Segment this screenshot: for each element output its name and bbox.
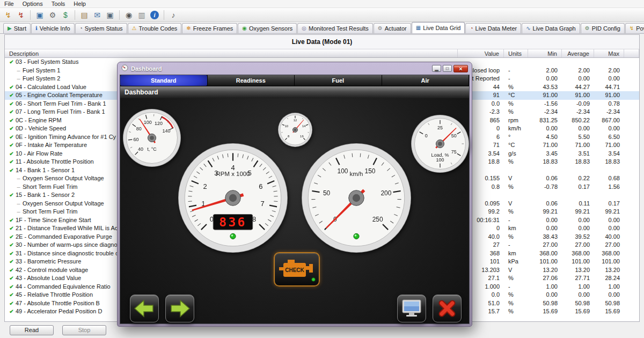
row-average [562, 166, 594, 175]
row-description-text: 33 - Barometric Pressure [16, 258, 81, 266]
svg-text:0: 0 [425, 133, 428, 138]
tab-freeze-frames[interactable]: ❄Freeze Frames [182, 23, 237, 33]
monitor-icon[interactable]: ▣ [34, 10, 46, 20]
row-max: 3.54 [594, 150, 624, 158]
svg-text:150: 150 [364, 167, 375, 175]
tab-live-data-graph[interactable]: ∿Live Data Graph [522, 23, 580, 33]
tab-live-data-grid[interactable]: ▦Live Data Grid [412, 22, 465, 33]
check-led-icon [312, 278, 315, 281]
previous-button[interactable] [130, 295, 159, 322]
tab-oxygen-sensors[interactable]: ◉Oxygen Sensors [238, 23, 297, 33]
row-spacer [624, 116, 639, 125]
tab-system-status[interactable]: ◔System Status [75, 23, 127, 33]
settings-icon[interactable]: ⚙ [47, 10, 58, 20]
row-min: 0.00 [528, 291, 562, 299]
svg-text:100: 100 [144, 120, 152, 125]
audio-icon[interactable]: ♪ [167, 10, 179, 20]
tab-trouble-codes[interactable]: ⚠Trouble Codes [128, 23, 182, 33]
trouble-codes-icon: ⚠ [132, 26, 137, 31]
svg-text:16: 16 [300, 135, 304, 138]
info-icon[interactable]: i [150, 11, 159, 19]
tab-live-data-meter[interactable]: ◔Live Data Meter [465, 23, 521, 33]
row-units: % [504, 233, 528, 241]
row-average [562, 191, 594, 200]
row-min: 0.06 [528, 174, 562, 183]
row-description-text: 42 - Control module voltage [16, 266, 88, 275]
tab-start[interactable]: ▶Start [3, 23, 31, 33]
row-spacer [624, 299, 639, 308]
row-units: % [504, 183, 528, 192]
table-header: DescriptionValueUnitsMinAverageMax [5, 49, 639, 58]
monitor-view-button[interactable] [397, 295, 426, 322]
check-icon: ✔ [8, 307, 16, 316]
svg-text:Load, %: Load, % [431, 152, 449, 158]
tab-pid-config[interactable]: ⚙PID Config [581, 23, 625, 33]
row-max [594, 58, 624, 67]
svg-text:12: 12 [294, 119, 297, 122]
row-min: 4.50 [528, 133, 562, 142]
chat-icon[interactable]: ✉ [91, 10, 103, 20]
row-max: 0.00 [594, 75, 624, 83]
display-icon[interactable]: ▣ [104, 10, 116, 20]
row-max: 1.56 [594, 183, 624, 192]
row-max: 0.00 [594, 216, 624, 225]
row-units: % [504, 291, 528, 299]
dialog-titlebar[interactable]: Dashboard ▁ □ × [120, 62, 470, 75]
row-units: - [504, 75, 528, 83]
connect-icon[interactable]: ↯ [2, 10, 14, 20]
disconnect-icon[interactable]: ↯ [15, 10, 27, 20]
window-buttons: ▁ □ × [432, 65, 468, 72]
row-max: 28.24 [594, 274, 624, 283]
row-units: g/s [504, 150, 528, 158]
check-icon: ✔ [8, 191, 16, 200]
row-average: 5.50 [562, 133, 594, 142]
menu-item-options[interactable]: Options [18, 1, 47, 7]
row-max: 15.69 [594, 307, 624, 316]
column-header-average: Average [562, 49, 594, 57]
row-description-text: 31 - Distance since diagnostic trouble c [16, 249, 118, 258]
dashboard-tab-standard[interactable]: Standard [120, 75, 208, 86]
row-max: 18.83 [594, 158, 624, 166]
menu-bar: FileOptionsToolsHelp [0, 0, 644, 8]
menu-item-help[interactable]: Help [69, 1, 90, 7]
tree-line-icon: – [14, 208, 23, 216]
tab-vehicle-info[interactable]: ℹVehicle Info [31, 23, 75, 33]
tab-label: Vehicle Info [40, 25, 70, 32]
maximize-button[interactable]: □ [443, 65, 452, 72]
clipboard-icon[interactable]: ▤ [78, 10, 90, 20]
camera-icon[interactable]: ◉ [123, 10, 135, 20]
tab-power[interactable]: ↯Power [625, 23, 644, 33]
row-average: 18.83 [562, 158, 594, 166]
read-button[interactable]: Read [10, 325, 54, 335]
menu-item-tools[interactable]: Tools [47, 1, 70, 7]
svg-text:100: 100 [338, 167, 348, 175]
report-icon[interactable]: ▥ [136, 10, 148, 20]
next-button[interactable] [165, 295, 194, 322]
dashboard-close-button[interactable] [433, 295, 462, 322]
check-engine-label: CHECK [285, 267, 304, 273]
svg-text:100: 100 [436, 157, 444, 163]
row-units: % [504, 307, 528, 316]
tab-actuator[interactable]: ⚙Actuator [374, 23, 411, 33]
row-spacer [624, 307, 639, 316]
row-units: km/h [504, 124, 528, 133]
row-description-text: 14 - Bank 1 - Sensor 1 [16, 166, 75, 175]
toolbar-separator [30, 10, 31, 20]
menu-item-file[interactable]: File [0, 1, 18, 7]
currency-icon[interactable]: $ [60, 10, 71, 20]
stop-button[interactable]: Stop [62, 325, 106, 335]
dashboard-tab-fuel[interactable]: Fuel [295, 75, 382, 86]
row-description-text: 0C - Engine RPM [16, 116, 62, 125]
row-average: 39.52 [562, 233, 594, 241]
row-description-text: 03 - Fuel System Status [16, 58, 78, 67]
close-button[interactable]: × [453, 65, 468, 72]
dashboard-tab-readiness[interactable]: Readiness [208, 75, 295, 86]
minimize-button[interactable]: ▁ [432, 65, 441, 72]
dashboard-tab-air[interactable]: Air [382, 75, 470, 86]
tab-monitored-test-results[interactable]: ◎Monitored Test Results [297, 23, 372, 33]
row-min: -2.34 [528, 108, 562, 116]
svg-text:t, °C: t, °C [147, 146, 157, 152]
system-status-icon: ◔ [79, 26, 83, 31]
check-engine-button[interactable]: CHECK [274, 252, 320, 286]
coolant-temp-gauge: 406080100120140t, °C [122, 108, 182, 170]
